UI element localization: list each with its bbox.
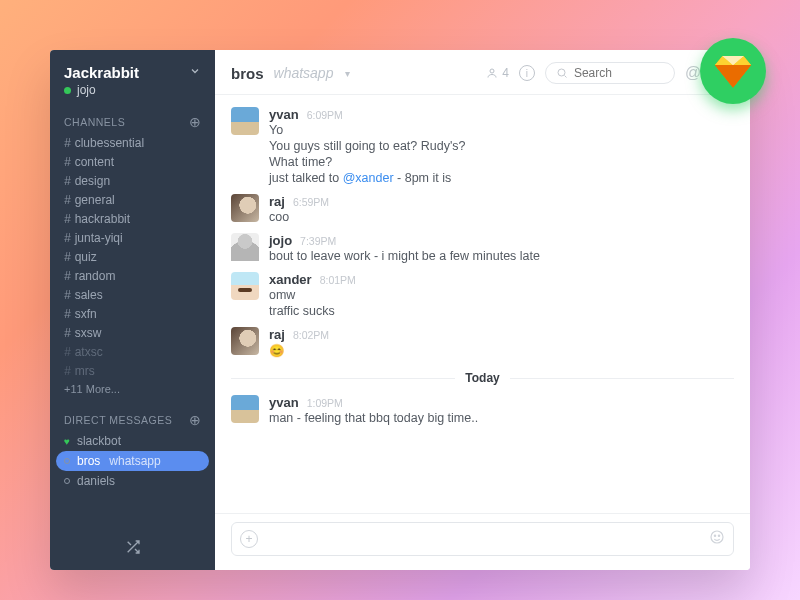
channel-name: content (75, 155, 114, 169)
dm-header: DIRECT MESSAGES ⊕ (50, 405, 215, 431)
channel-name: clubessential (75, 136, 144, 150)
channel-item[interactable]: #sales (50, 285, 215, 304)
message-author[interactable]: raj (269, 194, 285, 209)
day-divider-label: Today (465, 371, 499, 385)
dm-name: slackbot (77, 434, 121, 448)
channels-header-label: CHANNELS (64, 116, 125, 128)
channel-title[interactable]: bros (231, 65, 264, 82)
message-text: coo (269, 209, 734, 225)
channel-name: random (75, 269, 116, 283)
channel-item[interactable]: #random (50, 266, 215, 285)
member-count[interactable]: 4 (486, 66, 509, 80)
channel-item[interactable]: #hackrabbit (50, 209, 215, 228)
add-channel-icon[interactable]: ⊕ (189, 115, 202, 129)
message-time: 6:59PM (293, 196, 329, 208)
channel-item[interactable]: #design (50, 171, 215, 190)
channel-item[interactable]: #content (50, 152, 215, 171)
app-window: Jackrabbit jojo CHANNELS ⊕ #clubessentia… (50, 50, 750, 570)
message-author[interactable]: jojo (269, 233, 292, 248)
caret-down-icon[interactable]: ▾ (345, 68, 350, 79)
hash-icon: # (64, 155, 71, 169)
search-box[interactable] (545, 62, 675, 84)
channel-item[interactable]: #sxsw (50, 323, 215, 342)
svg-marker-18 (733, 65, 751, 88)
message-list: yvan6:09PMYoYou guys still going to eat?… (215, 95, 750, 513)
presence-indicator-icon (64, 87, 71, 94)
channel-item[interactable]: #junta-yiqi (50, 228, 215, 247)
channel-header: bros whatsapp ▾ 4 i @ ••• (215, 50, 750, 95)
team-name: Jackrabbit (64, 64, 139, 81)
hash-icon: # (64, 174, 71, 188)
channel-item[interactable]: #atxsc (50, 342, 215, 361)
dm-item[interactable]: daniels (50, 471, 215, 491)
hash-icon: # (64, 364, 71, 378)
avatar[interactable] (231, 194, 259, 222)
message-author[interactable]: yvan (269, 395, 299, 410)
message-text: omw (269, 287, 734, 303)
channel-item[interactable]: #general (50, 190, 215, 209)
message-time: 6:09PM (307, 109, 343, 121)
composer-box[interactable]: + (231, 522, 734, 556)
avatar[interactable] (231, 327, 259, 355)
hash-icon: # (64, 307, 71, 321)
channel-subtitle[interactable]: whatsapp (274, 65, 334, 81)
presence-away-icon (64, 478, 70, 484)
heart-icon: ♥ (64, 436, 70, 447)
sketch-icon (715, 53, 751, 89)
message-text: man - feeling that bbq today big time.. (269, 410, 734, 426)
mention[interactable]: @xander (343, 171, 394, 185)
channel-item[interactable]: #sxfn (50, 304, 215, 323)
message-text: just talked to @xander - 8pm it is (269, 170, 734, 186)
svg-point-1 (558, 69, 565, 76)
channel-item[interactable]: #mrs (50, 361, 215, 380)
channels-header: CHANNELS ⊕ (50, 107, 215, 133)
team-section[interactable]: Jackrabbit jojo (50, 50, 215, 107)
dm-name: bros (77, 454, 100, 468)
dm-item[interactable]: broswhatsapp (56, 451, 209, 471)
dm-name: daniels (77, 474, 115, 488)
svg-point-0 (490, 69, 494, 73)
avatar[interactable] (231, 272, 259, 300)
channels-more[interactable]: +11 More... (50, 380, 215, 397)
info-icon[interactable]: i (519, 65, 535, 81)
sketch-badge[interactable] (700, 38, 766, 104)
message: raj6:59PMcoo (231, 190, 734, 229)
message: raj8:02PM😊 (231, 323, 734, 363)
message-author[interactable]: yvan (269, 107, 299, 122)
channel-name: quiz (75, 250, 97, 264)
channel-item[interactable]: #clubessential (50, 133, 215, 152)
channel-item[interactable]: #quiz (50, 247, 215, 266)
avatar[interactable] (231, 233, 259, 261)
attach-icon[interactable]: + (240, 530, 258, 548)
channel-name: sxfn (75, 307, 97, 321)
message-time: 1:09PM (307, 397, 343, 409)
channel-list: #clubessential#content#design#general#ha… (50, 133, 215, 380)
add-dm-icon[interactable]: ⊕ (189, 413, 202, 427)
message-input[interactable] (266, 532, 701, 547)
emoji-icon[interactable] (709, 529, 725, 549)
chevron-down-icon[interactable] (189, 65, 201, 80)
mentions-icon[interactable]: @ (685, 64, 701, 82)
message-text: 😊 (269, 342, 734, 359)
hash-icon: # (64, 345, 71, 359)
hash-icon: # (64, 269, 71, 283)
dm-item[interactable]: ♥slackbot (50, 431, 215, 451)
avatar[interactable] (231, 395, 259, 423)
message-time: 7:39PM (300, 235, 336, 247)
presence-away-icon (64, 458, 70, 464)
main-panel: bros whatsapp ▾ 4 i @ ••• yvan6:09PMYoYo… (215, 50, 750, 570)
hash-icon: # (64, 231, 71, 245)
message-author[interactable]: raj (269, 327, 285, 342)
hash-icon: # (64, 212, 71, 226)
avatar[interactable] (231, 107, 259, 135)
sidebar: Jackrabbit jojo CHANNELS ⊕ #clubessentia… (50, 50, 215, 570)
hash-icon: # (64, 326, 71, 340)
message: xander8:01PMomwtraffic sucks (231, 268, 734, 323)
channel-name: sxsw (75, 326, 102, 340)
sidebar-footer[interactable] (50, 527, 215, 570)
search-input[interactable] (574, 66, 664, 80)
hash-icon: # (64, 193, 71, 207)
message-author[interactable]: xander (269, 272, 312, 287)
svg-point-5 (718, 535, 719, 536)
channel-name: junta-yiqi (75, 231, 123, 245)
